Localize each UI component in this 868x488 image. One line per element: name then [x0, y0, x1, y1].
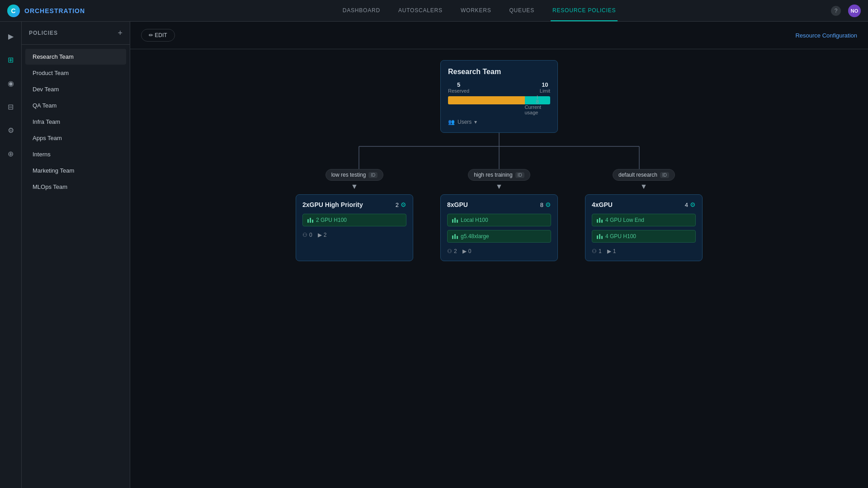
icon-sidebar: ▶ ⊞ ◉ ⊟ ⚙ ⊕ [0, 22, 22, 488]
workers-stat-1: ⚇ 0 [302, 232, 312, 238]
card-count-1: 2 ⚙ [396, 201, 406, 208]
tab-resource-policies[interactable]: RESOURCE POLICIES [551, 0, 618, 21]
resource-card-2xgpu: 2xGPU High Priority 2 ⚙ [296, 194, 413, 261]
queue-id-badge: ID [368, 172, 377, 178]
policy-item-apps-team[interactable]: Apps Team [25, 130, 126, 146]
app-logo: C [7, 5, 20, 17]
policy-item-qa-team[interactable]: QA Team [25, 98, 126, 113]
resource-tag-1-0: 2 GPU H100 [302, 214, 406, 226]
queue-id-badge: ID [660, 172, 669, 178]
current-usage-label: Current usage [525, 104, 551, 115]
queue-arrows-row: ▼ ▼ ▼ [296, 183, 703, 191]
resource-config-link[interactable]: Resource Configuration [795, 32, 857, 39]
app-title: ORCHESTRATION [24, 7, 85, 14]
policy-item-infra-team[interactable]: Infra Team [25, 114, 126, 130]
edit-button[interactable]: ✏ EDIT [141, 29, 175, 42]
policies-sidebar: POLICIES + Research Team Product Team De… [22, 22, 130, 488]
tab-queues[interactable]: QUEUES [507, 0, 536, 21]
card-count-2: 8 ⚙ [540, 201, 551, 208]
queue-label-low-res[interactable]: low res testing ID [326, 169, 384, 181]
nav-right: ? NO [825, 5, 861, 17]
limit-value: 10 [540, 81, 550, 88]
main-layout: ▶ ⊞ ◉ ⊟ ⚙ ⊕ POLICIES + Research Team Pro… [0, 22, 868, 488]
limit-label: Limit [540, 88, 550, 94]
diagram-container: Research Team 5 Reserved 10 Limit [141, 60, 857, 261]
policies-header: POLICIES + [22, 22, 130, 45]
workers-stat-2: ⚇ 2 [447, 248, 457, 254]
help-icon[interactable]: ? [831, 6, 841, 16]
tab-autoscalers[interactable]: AUTOSCALERS [396, 0, 444, 21]
nav-tabs: DASHBOARD AUTOSCALERS WORKERS QUEUES RES… [134, 0, 825, 21]
content-area: ✏ EDIT Resource Configuration Research T… [130, 22, 868, 488]
cards-row: 2xGPU High Priority 2 ⚙ [296, 194, 703, 261]
card-title-2: 8xGPU [447, 201, 468, 208]
card-title-3: 4xGPU [592, 201, 613, 208]
queue-label-wrapper-2: high res training ID [440, 169, 558, 181]
add-policy-button[interactable]: + [118, 29, 123, 37]
queue-label-wrapper-3: default research ID [585, 169, 703, 181]
card-header-2: 8xGPU 8 ⚙ [447, 201, 551, 208]
policy-item-interns[interactable]: Interns [25, 146, 126, 162]
top-nav: C ORCHESTRATION DASHBOARD AUTOSCALERS WO… [0, 0, 868, 22]
gear-icon-1[interactable]: ⚙ [401, 201, 406, 208]
sidebar-icon-layers[interactable]: ⊟ [4, 99, 18, 114]
users-icon: 👥 [448, 119, 455, 125]
tasks-icon-3: ▶ [607, 248, 611, 254]
resource-tag-3-0: 4 GPU Low End [592, 214, 696, 226]
queue-label-wrapper-1: low res testing ID [296, 169, 413, 181]
bars-icon [307, 218, 313, 223]
workers-stat-3: ⚇ 1 [592, 248, 602, 254]
policy-item-dev-team[interactable]: Dev Team [25, 81, 126, 97]
card-title-1: 2xGPU High Priority [302, 201, 363, 208]
reserved-label: Reserved [448, 88, 469, 94]
bars-icon [597, 234, 603, 239]
user-avatar[interactable]: NO [848, 5, 861, 17]
sidebar-icon-play[interactable]: ▶ [4, 29, 18, 43]
policy-item-mlops-team[interactable]: MLOps Team [25, 179, 126, 195]
tasks-stat-1: ▶ 2 [318, 232, 327, 238]
policy-item-research-team[interactable]: Research Team [25, 49, 126, 65]
resource-tag-3-1: 4 GPU H100 [592, 230, 696, 243]
card-header-1: 2xGPU High Priority 2 ⚙ [302, 201, 406, 208]
policy-item-product-team[interactable]: Product Team [25, 65, 126, 81]
policy-item-marketing-team[interactable]: Marketing Team [25, 163, 126, 178]
queue-label-default-research[interactable]: default research ID [613, 169, 675, 181]
policies-title: POLICIES [29, 30, 58, 36]
gear-icon-3[interactable]: ⚙ [690, 201, 696, 208]
workers-icon-1: ⚇ [302, 232, 307, 238]
tasks-icon-1: ▶ [318, 232, 322, 238]
tasks-stat-2: ▶ 0 [462, 248, 472, 254]
tab-dashboard[interactable]: DASHBOARD [341, 0, 382, 21]
diagram-area: Research Team 5 Reserved 10 Limit [130, 49, 868, 488]
resource-card-8xgpu: 8xGPU 8 ⚙ Local H [440, 194, 558, 261]
resource-card-4xgpu: 4xGPU 4 ⚙ 4 GPU L [585, 194, 703, 261]
workers-icon-2: ⚇ [447, 248, 452, 254]
users-button[interactable]: 👥 Users ▾ [448, 119, 550, 125]
bars-icon [452, 234, 458, 239]
current-usage-value: 8 [536, 99, 539, 104]
sidebar-icon-gear[interactable]: ⚙ [4, 123, 18, 137]
sidebar-icon-plugin[interactable]: ⊕ [4, 146, 18, 161]
sidebar-icon-circle[interactable]: ◉ [4, 76, 18, 90]
logo-area: C ORCHESTRATION [7, 5, 134, 17]
tab-workers[interactable]: WORKERS [459, 0, 493, 21]
queue-label-text: high res training [474, 172, 512, 178]
queue-labels-row: low res testing ID high res training ID … [296, 169, 703, 181]
root-node: Research Team 5 Reserved 10 Limit [440, 60, 558, 133]
users-label: Users [458, 119, 472, 125]
content-toolbar: ✏ EDIT Resource Configuration [130, 22, 868, 49]
root-node-title: Research Team [448, 68, 550, 76]
gear-icon-2[interactable]: ⚙ [545, 201, 551, 208]
arrow-down-1: ▼ [351, 183, 358, 191]
queue-label-text: default research [618, 172, 657, 178]
connector-lines [296, 133, 703, 169]
card-footer-1: ⚇ 0 ▶ 2 [302, 232, 406, 238]
arrow-down-2: ▼ [495, 183, 503, 191]
bars-icon [597, 218, 603, 223]
reserved-value: 5 [448, 81, 469, 88]
sidebar-icon-grid[interactable]: ⊞ [4, 52, 18, 67]
queue-label-high-res[interactable]: high res training ID [468, 169, 530, 181]
workers-icon-3: ⚇ [592, 248, 597, 254]
card-count-3: 4 ⚙ [685, 201, 696, 208]
users-chevron-icon: ▾ [474, 119, 477, 125]
